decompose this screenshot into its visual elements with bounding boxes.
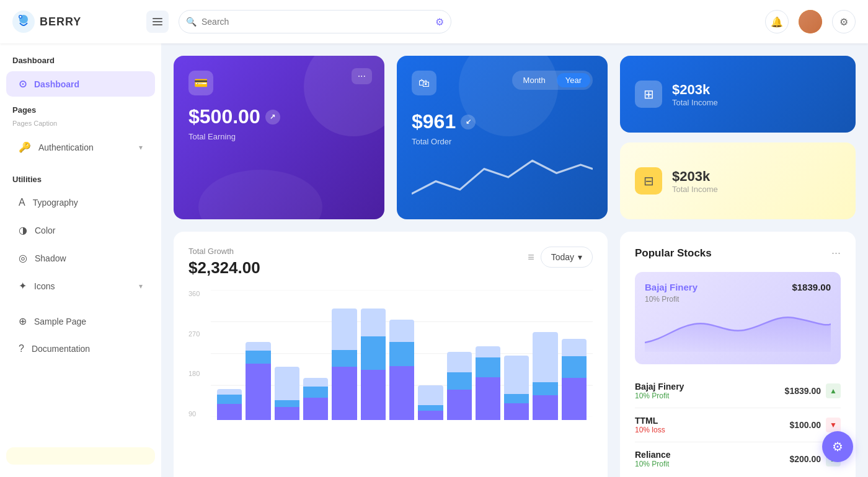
growth-chart-header: Total Growth $2,324.00 ≡ Today ▾ bbox=[188, 247, 593, 278]
sidebar-item-sample-page[interactable]: ⊕ Sample Page bbox=[6, 309, 155, 334]
order-amount: $961 ↙ bbox=[412, 110, 593, 133]
sidebar-item-shadow[interactable]: ◎ Shadow bbox=[6, 245, 155, 271]
bar-segment-purple bbox=[447, 390, 472, 421]
fab-button[interactable]: ⚙ bbox=[822, 431, 853, 462]
bar-segment-purple bbox=[504, 403, 529, 420]
filter-icon[interactable]: ⚙ bbox=[435, 16, 444, 28]
notification-button[interactable]: 🔔 bbox=[765, 10, 789, 33]
chart-y-labels: 360 270 180 90 bbox=[188, 290, 200, 420]
stock-featured-name: Bajaj Finery bbox=[645, 282, 698, 292]
sidebar-item-dashboard[interactable]: ⊙ Dashboard bbox=[6, 71, 155, 97]
stocks-more-button[interactable]: ··· bbox=[831, 247, 841, 260]
stock-rows-container: Bajaj Finery10% Profit$1839.00▲TTML10% l… bbox=[635, 374, 841, 476]
stock-row-price: $1839.00 bbox=[785, 386, 821, 396]
sidebar-item-label-typography: Typography bbox=[33, 198, 143, 208]
bar-stack bbox=[389, 320, 414, 420]
stock-row: TTML10% loss$100.00▼ bbox=[635, 408, 841, 442]
logo-icon bbox=[12, 11, 35, 33]
bar-segment-blue bbox=[533, 382, 557, 395]
sample-page-icon: ⊕ bbox=[19, 315, 27, 327]
stat-info-yellow: $203k Total Income bbox=[672, 168, 718, 194]
stock-featured-top: Bajaj Finery $1839.00 bbox=[645, 282, 831, 292]
sidebar-item-typography[interactable]: A Typography bbox=[6, 190, 155, 215]
order-label: Total Order bbox=[412, 137, 593, 146]
bar-segment-purple bbox=[275, 407, 299, 420]
earning-more-button[interactable]: ··· bbox=[352, 68, 372, 84]
bar-segment-purple bbox=[389, 366, 414, 420]
stock-featured-price: $1839.00 bbox=[792, 282, 831, 292]
settings-button[interactable]: ⚙ bbox=[832, 10, 856, 33]
stock-row-name: Reliance bbox=[635, 450, 671, 460]
bar-segment-blue bbox=[361, 336, 386, 370]
avatar[interactable] bbox=[799, 10, 822, 33]
order-month-button[interactable]: Month bbox=[515, 73, 554, 87]
body-wrap: Dashboard ⊙ Dashboard Pages Pages Captio… bbox=[0, 43, 868, 477]
sidebar-item-label-auth: Authentication bbox=[38, 142, 131, 152]
stat-label-blue: Total Income bbox=[672, 98, 718, 107]
bar-segment-light bbox=[389, 320, 414, 342]
bar-segment-light bbox=[217, 389, 242, 395]
bars-wrap bbox=[211, 290, 593, 420]
sidebar-item-label-color: Color bbox=[35, 225, 143, 235]
hamburger-button[interactable] bbox=[146, 11, 169, 33]
stat-icon-yellow: ⊟ bbox=[635, 167, 662, 195]
order-year-button[interactable]: Year bbox=[557, 73, 590, 87]
sidebar-item-color[interactable]: ◑ Color bbox=[6, 217, 155, 243]
growth-title: Total Growth bbox=[188, 247, 260, 256]
bar-group bbox=[533, 290, 557, 420]
bar-segment-blue bbox=[562, 356, 587, 378]
stat-amount-blue: $203k bbox=[672, 82, 718, 98]
search-input[interactable] bbox=[179, 10, 451, 33]
today-button[interactable]: Today ▾ bbox=[541, 247, 593, 268]
bar-segment-purple bbox=[476, 377, 500, 420]
total-earning-card: 💳 ··· $500.00 ↗ Total Earning bbox=[174, 56, 384, 219]
bar-segment-light bbox=[447, 352, 472, 372]
bar-stack bbox=[504, 356, 529, 420]
bar-group bbox=[303, 290, 328, 420]
bar-segment-blue bbox=[303, 387, 328, 398]
bar-segment-blue bbox=[476, 357, 500, 377]
bar-group bbox=[562, 290, 587, 420]
stat-card-income-yellow: ⊟ $203k Total Income bbox=[620, 142, 856, 219]
earning-card-icon: 💳 bbox=[188, 71, 213, 95]
stock-featured-chart bbox=[645, 309, 831, 352]
sidebar-item-documentation[interactable]: ? Documentation bbox=[6, 336, 155, 361]
chevron-down-icon: ▾ bbox=[139, 143, 143, 152]
main-content: 💳 ··· $500.00 ↗ Total Earning 🛍 Month Ye… bbox=[161, 43, 868, 477]
logo-text: BERRY bbox=[40, 15, 81, 28]
bar-segment-light bbox=[361, 309, 386, 336]
stock-row: Reliance10% Profit$200.00▲ bbox=[635, 442, 841, 476]
growth-chart-card: Total Growth $2,324.00 ≡ Today ▾ 360 bbox=[174, 232, 608, 477]
bar-segment-blue bbox=[418, 405, 443, 411]
order-trend-icon: ↙ bbox=[461, 115, 476, 129]
chevron-down-icon-icons: ▾ bbox=[139, 282, 143, 291]
bar-segment-blue bbox=[246, 351, 270, 364]
bar-segment-light bbox=[246, 342, 270, 351]
bar-segment-light bbox=[303, 378, 328, 387]
svg-point-3 bbox=[20, 16, 22, 18]
bar-segment-light bbox=[476, 346, 500, 357]
stock-featured-profit: 10% Profit bbox=[645, 295, 831, 304]
bar-stack bbox=[533, 332, 557, 420]
shadow-icon: ◎ bbox=[19, 252, 27, 264]
sidebar-section-utilities: Utilities bbox=[0, 168, 161, 189]
bar-stack bbox=[332, 309, 356, 420]
right-stats-cards: ⊞ $203k Total Income ⊟ $203k Total Incom… bbox=[620, 56, 856, 219]
cards-row: 💳 ··· $500.00 ↗ Total Earning 🛍 Month Ye… bbox=[174, 56, 856, 219]
bar-segment-blue bbox=[504, 394, 529, 403]
growth-title-area: Total Growth $2,324.00 bbox=[188, 247, 260, 278]
chart-menu-icon[interactable]: ≡ bbox=[528, 251, 534, 264]
bar-segment-purple bbox=[418, 411, 443, 420]
sidebar-item-authentication[interactable]: 🔑 Authentication ▾ bbox=[6, 134, 155, 160]
stock-row-profit: 10% loss bbox=[635, 426, 665, 434]
sidebar-section-dashboard: Dashboard bbox=[0, 56, 161, 70]
bar-segment-purple bbox=[217, 404, 242, 421]
stock-row-name: TTML bbox=[635, 416, 665, 426]
chart-area bbox=[211, 290, 593, 439]
header-right: 🔔 ⚙ bbox=[765, 10, 856, 33]
earning-trend-icon: ↗ bbox=[265, 110, 280, 125]
logo-area: BERRY bbox=[12, 11, 136, 33]
stock-row-price: $100.00 bbox=[789, 420, 821, 430]
sidebar-item-icons[interactable]: ✦ Icons ▾ bbox=[6, 273, 155, 299]
dashboard-icon: ⊙ bbox=[19, 78, 27, 90]
